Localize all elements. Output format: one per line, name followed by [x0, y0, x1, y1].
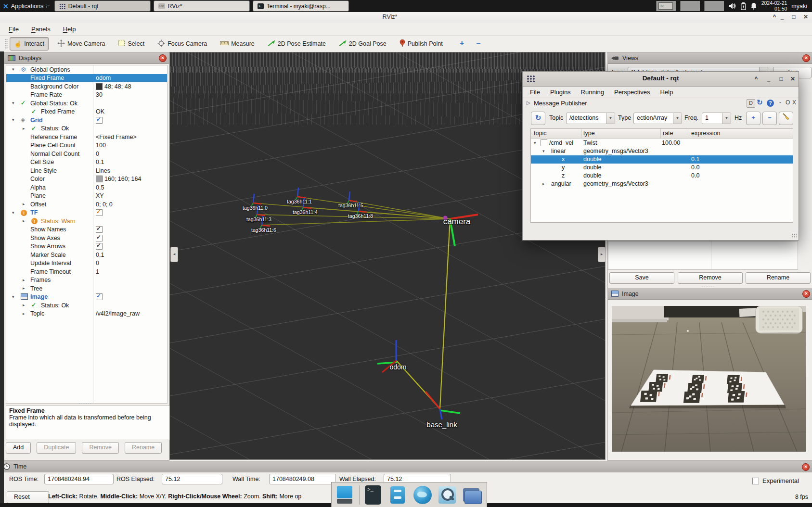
collapse-left-panel-button[interactable]: ◂	[170, 247, 178, 262]
property-value[interactable]: 0.5	[96, 184, 104, 191]
checkbox[interactable]: ✓	[96, 117, 103, 124]
expander-icon[interactable]: ▾	[12, 117, 14, 122]
publisher-row-x[interactable]: xdouble0.1	[531, 155, 793, 164]
display-property-plane-cell-count[interactable]: Plane Cell Count100	[6, 141, 167, 150]
time-field-input[interactable]: 75.12	[162, 474, 222, 484]
remove-publisher-button[interactable]: −	[762, 112, 777, 125]
publisher-row--cmd-vel[interactable]: ▾/cmd_velTwist100.00	[531, 139, 793, 147]
checkbox[interactable]: ✓	[96, 243, 103, 250]
rqt-titlebar[interactable]: Default - rqt ^ _ □ ✕	[523, 72, 799, 87]
image-panel-header[interactable]: Image	[608, 288, 812, 300]
resize-grip[interactable]	[792, 233, 797, 238]
toolbar-handle[interactable]	[5, 38, 8, 49]
property-value[interactable]: ✓	[96, 235, 103, 241]
menu-running[interactable]: Running	[581, 89, 604, 96]
rqt-close-icon[interactable]: ✕	[788, 76, 797, 82]
display-property-show-names[interactable]: Show Names✓	[6, 226, 167, 234]
drawers-icon[interactable]	[387, 484, 409, 506]
expander-icon[interactable]: ▸	[23, 303, 25, 307]
taskbar-window-button[interactable]: >_Terminal - myaki@rasp...	[253, 0, 349, 12]
property-value[interactable]: 160; 160; 164	[96, 176, 141, 182]
tool-interact[interactable]: ☝Interact	[10, 37, 49, 51]
search-icon[interactable]	[437, 484, 458, 506]
notifications-bell-icon[interactable]	[750, 2, 757, 10]
display-property-frames[interactable]: ▸Frames	[6, 276, 167, 285]
expander-icon[interactable]: ▾	[542, 149, 545, 153]
property-value[interactable]: 0; 0; 0	[96, 201, 113, 208]
display-property-alpha[interactable]: Alpha0.5	[6, 183, 167, 192]
time-field-input[interactable]: 1708480248.94	[44, 474, 114, 484]
display-property-global-options[interactable]: ▾⚙Global Options	[6, 65, 167, 74]
display-property-reference-frame[interactable]: Reference Frame<Fixed Frame>	[6, 133, 167, 141]
collapse-right-panel-button[interactable]: ▸	[598, 247, 606, 262]
display-property-marker-scale[interactable]: Marker Scale0.1	[6, 251, 167, 259]
display-property-frame-rate[interactable]: Frame Rate30	[6, 91, 167, 100]
property-value[interactable]: ✓	[96, 226, 103, 233]
display-property-background-color[interactable]: Background Color48; 48; 48	[6, 82, 167, 91]
type-combo[interactable]: ectionArray ▼	[633, 113, 682, 124]
menu-panels[interactable]: Panels	[31, 25, 51, 33]
menu-perspectives[interactable]: Perspectives	[614, 89, 650, 96]
window-preview[interactable]	[704, 1, 724, 11]
plugin-help-icon[interactable]: ?	[767, 100, 774, 107]
expander-icon[interactable]: ▸	[23, 278, 25, 282]
menu-file[interactable]: File	[530, 89, 540, 96]
expander-icon[interactable]: ▾	[12, 67, 14, 72]
display-property-topic[interactable]: ▸Topic/v4l2/image_raw	[6, 310, 167, 318]
property-value[interactable]: 0	[96, 260, 99, 266]
rename-view-button[interactable]: Rename	[746, 272, 811, 284]
display-property-fixed-frame[interactable]: Fixed Frameodom	[6, 74, 167, 83]
plugin-dock-button[interactable]: D	[747, 99, 755, 108]
tool-publish-point[interactable]: Publish Point	[395, 37, 447, 51]
time-close-icon[interactable]	[802, 463, 810, 471]
remove-tool-button[interactable]: −	[473, 38, 484, 50]
plugin-reload-icon[interactable]: ↻	[757, 98, 763, 107]
plugin-expander-icon[interactable]: ▷	[527, 100, 530, 105]
display-property-show-arrows[interactable]: Show Arrows✓	[6, 242, 167, 251]
property-value[interactable]: ✓	[96, 209, 103, 216]
plugin-close-icon[interactable]: X	[792, 99, 796, 106]
display-property-tf[interactable]: ▾!TF✓	[6, 209, 167, 217]
publish-checkbox[interactable]	[541, 139, 547, 146]
tool-focus-camera[interactable]: Focus Camera	[153, 37, 211, 51]
property-value[interactable]: <Fixed Frame>	[96, 134, 137, 140]
clock[interactable]: 2024-02-21 01:50	[761, 0, 787, 12]
expander-icon[interactable]: ▸	[542, 181, 545, 186]
display-property-status-ok[interactable]: ▸✓Status: Ok	[6, 125, 167, 133]
property-value[interactable]: Lines	[96, 167, 110, 174]
views-panel-header[interactable]: Views	[608, 52, 812, 64]
publisher-table[interactable]: topic type rate expression ▾/cmd_velTwis…	[530, 128, 793, 223]
freq-combo[interactable]: 1 ▼	[702, 113, 731, 124]
menu-plugins[interactable]: Plugins	[550, 89, 571, 96]
expander-icon[interactable]: ▾	[12, 101, 14, 105]
displays-tree[interactable]: ▾⚙Global OptionsFixed FrameodomBackgroun…	[6, 65, 168, 404]
time-panel-header[interactable]: Time	[0, 461, 812, 472]
rqt-rollup-icon[interactable]: ^	[752, 76, 760, 82]
column-divider[interactable]	[689, 129, 689, 138]
display-icon[interactable]	[335, 484, 356, 506]
property-value[interactable]: /v4l2/image_raw	[96, 310, 140, 317]
menu-help[interactable]: Help	[660, 89, 673, 96]
views-close-icon[interactable]	[802, 54, 810, 62]
tool-2d-pose-estimate[interactable]: 2D Pose Estimate	[263, 37, 330, 51]
add-tool-button[interactable]: +	[456, 38, 468, 50]
topic-combo[interactable]: /detections ▼	[566, 113, 615, 124]
rqt-maximize-icon[interactable]: □	[777, 76, 786, 82]
expander-icon[interactable]: ▸	[23, 202, 25, 206]
plugin-float-icon[interactable]: O	[786, 99, 790, 106]
image-close-icon[interactable]	[802, 290, 810, 298]
rqt-minimize-icon[interactable]: _	[764, 76, 773, 82]
checkbox[interactable]: ✓	[96, 235, 103, 241]
publisher-row-y[interactable]: ydouble0.0	[531, 164, 793, 172]
display-property-offset[interactable]: ▸Offset0; 0; 0	[6, 200, 167, 209]
display-property-fixed-frame[interactable]: ✓Fixed FrameOK	[6, 108, 167, 116]
refresh-topics-button[interactable]: ↻	[531, 112, 545, 125]
display-property-normal-cell-count[interactable]: Normal Cell Count0	[6, 150, 167, 158]
property-value[interactable]: OK	[96, 108, 104, 115]
displays-close-icon[interactable]	[159, 54, 167, 62]
checkbox[interactable]: ✓	[96, 226, 103, 233]
expander-icon[interactable]: ▸	[23, 218, 25, 223]
display-property-plane[interactable]: PlaneXY	[6, 192, 167, 201]
property-value[interactable]: ✓	[96, 117, 103, 124]
property-value[interactable]: 30	[96, 91, 103, 98]
